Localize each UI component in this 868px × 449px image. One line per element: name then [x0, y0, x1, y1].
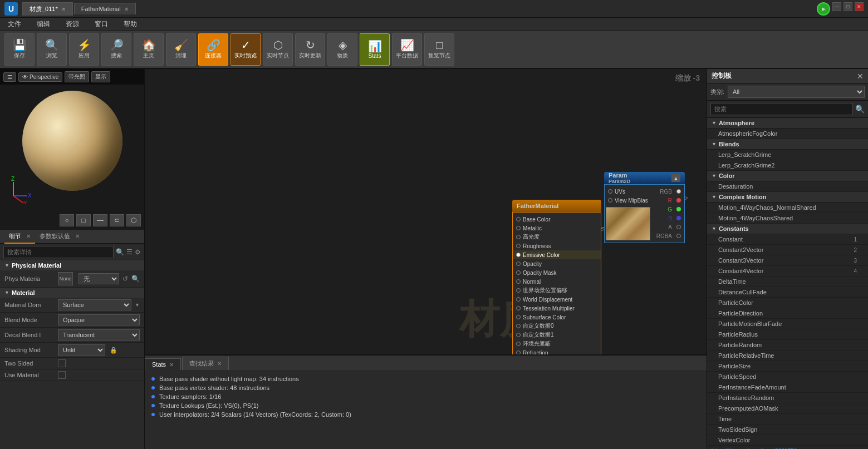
shading-mode-select[interactable]: Unlit	[58, 344, 105, 356]
detail-tab-close[interactable]: ✕	[26, 233, 31, 239]
toolbar-stats[interactable]: 📊 Stats	[360, 33, 390, 66]
rp-item-particle-random[interactable]: ParticleRandom	[707, 340, 868, 351]
toolbar-realtime-preview[interactable]: ✓ 实时预览	[231, 33, 261, 66]
rp-item-desaturation[interactable]: Desaturation	[707, 181, 868, 192]
params-tab-close[interactable]: ✕	[75, 233, 80, 239]
use-material-checkbox[interactable]	[58, 371, 66, 379]
tab-detail[interactable]: 细节 ✕	[4, 230, 35, 244]
menu-edit[interactable]: 编辑	[33, 18, 53, 30]
phys-material-select[interactable]: 无	[79, 273, 119, 284]
rp-item-motion-4way-normal[interactable]: Motion_4WayChaos_NormalShared	[707, 203, 868, 213]
toolbar-preview-node[interactable]: □ 预览节点	[424, 33, 454, 66]
rp-item-per-instance-random[interactable]: PerInstanceRandom	[707, 393, 868, 403]
tab-close-material[interactable]: ✕	[61, 6, 66, 12]
menu-file[interactable]: 文件	[4, 18, 24, 30]
texture-thumbnail[interactable]	[606, 207, 650, 240]
options-icon[interactable]: ⚙	[135, 248, 141, 256]
rp-item-constant3vector[interactable]: Constant3Vector 3	[707, 255, 868, 266]
rp-item-precomputed-ao[interactable]: PrecomputedAOMask	[707, 403, 868, 414]
material-section-header[interactable]: Material	[0, 288, 144, 298]
btab-find-results[interactable]: 查找结果 ✕	[182, 357, 229, 370]
rp-item-constant[interactable]: Constant 1	[707, 234, 868, 245]
material-domain-select[interactable]: Surface	[58, 299, 131, 310]
phys-reset-icon[interactable]: ↺	[122, 275, 128, 283]
toolbar-save[interactable]: 💾 保存	[4, 33, 35, 66]
btab-find-close[interactable]: ✕	[217, 361, 222, 367]
rp-item-constant4vector[interactable]: Constant4Vector 4	[707, 266, 868, 277]
vp-menu-btn[interactable]: ☰	[3, 72, 16, 82]
btab-stats[interactable]: Stats ✕	[145, 358, 181, 370]
toolbar-platform-data[interactable]: 📈 平台数据	[392, 33, 422, 66]
rp-item-time[interactable]: Time	[707, 414, 868, 425]
menu-help[interactable]: 帮助	[120, 18, 140, 30]
rp-category-blends[interactable]: Blends	[707, 139, 868, 150]
run-button[interactable]: ▶	[817, 2, 830, 16]
viewport-preview[interactable]: ☰ 👁 Perspective 带光照 显示 X Z Y ○	[0, 69, 144, 230]
toolbar-browse[interactable]: 🔍 浏览	[37, 33, 67, 66]
vp-btn-sphere[interactable]: ○	[60, 214, 74, 226]
toolbar-home[interactable]: 🏠 主页	[134, 33, 164, 66]
phys-material-swatch[interactable]: None	[58, 272, 73, 285]
tab-params[interactable]: 参数默认值 ✕	[35, 230, 84, 244]
vp-btn-plane[interactable]: —	[93, 214, 107, 226]
phys-search-icon[interactable]: 🔍	[131, 275, 140, 283]
rp-item-particle-radius[interactable]: ParticleRadius	[707, 329, 868, 340]
decal-blend-select[interactable]: Translucent	[58, 329, 140, 341]
rp-item-constant2vector[interactable]: Constant2Vector 2	[707, 245, 868, 255]
physical-material-header[interactable]: Physical Material	[0, 260, 144, 270]
rp-category-color[interactable]: Color	[707, 171, 868, 181]
detail-tabs: 细节 ✕ 参数默认值 ✕	[0, 230, 144, 244]
rp-category-complex-motion[interactable]: Complex Motion	[707, 192, 868, 203]
detail-search-input[interactable]	[3, 246, 114, 258]
tab-father-material[interactable]: FatherMaterial ✕	[74, 3, 136, 14]
rp-item-particle-direction[interactable]: ParticleDirection	[707, 308, 868, 319]
rp-search-input[interactable]	[710, 103, 853, 115]
rp-item-deltatime[interactable]: DeltaTime	[707, 277, 868, 287]
tab-close-father[interactable]: ✕	[124, 6, 129, 12]
rp-item-lerp-scratch[interactable]: Lerp_ScratchGrime	[707, 150, 868, 160]
list-view-icon[interactable]: ☰	[126, 248, 133, 256]
toolbar-apply[interactable]: ⚡ 应用	[69, 33, 99, 66]
rp-item-particle-color[interactable]: ParticleColor	[707, 298, 868, 308]
toolbar-connector[interactable]: 🔗 连接器	[198, 33, 228, 66]
blend-mode-select[interactable]: Opaque	[58, 314, 140, 325]
rp-category-constants[interactable]: Constants	[707, 224, 868, 234]
rp-item-particle-relative-time[interactable]: ParticleRelativeTime	[707, 351, 868, 361]
rp-website-link[interactable]: https://blog.csdn.net/qq_40698750	[707, 446, 868, 449]
rp-item-motion-4way[interactable]: Motion_4WayChaosShared	[707, 213, 868, 224]
father-material-node[interactable]: FatherMaterial Base Color Metallic 高光度	[512, 200, 601, 369]
two-sided-checkbox[interactable]	[58, 359, 66, 367]
toolbar-realtime-node[interactable]: ⬡ 实时节点	[263, 33, 293, 66]
menu-window[interactable]: 窗口	[91, 18, 111, 30]
rp-item-atmospheric-fog[interactable]: AtmosphericFogColor	[707, 129, 868, 139]
tab-material[interactable]: 材质_011* ✕	[22, 2, 73, 16]
rp-item-distance-cull[interactable]: DistanceCullFade	[707, 287, 868, 298]
toolbar-clean[interactable]: 🧹 清理	[166, 33, 196, 66]
rp-item-per-instance-fade[interactable]: PerInstanceFadeAmount	[707, 382, 868, 393]
rp-item-lerp-scratch2[interactable]: Lerp_ScratchGrime2	[707, 160, 868, 171]
toolbar-realtime-update[interactable]: ↻ 实时更新	[295, 33, 325, 66]
lighting-btn[interactable]: 带光照	[65, 71, 89, 82]
vp-btn-cylinder[interactable]: ⊂	[110, 214, 124, 226]
toolbar-search[interactable]: 🔎 搜索	[101, 33, 131, 66]
rp-item-particle-motion-blur[interactable]: ParticleMotionBlurFade	[707, 319, 868, 329]
rp-item-particle-size[interactable]: ParticleSize	[707, 361, 868, 372]
show-btn[interactable]: 显示	[91, 71, 110, 82]
vp-btn-cube[interactable]: □	[76, 214, 91, 226]
param-node-collapse[interactable]: ▲	[671, 174, 680, 182]
rp-item-two-sided-sign[interactable]: TwoSidedSign	[707, 425, 868, 435]
rp-item-particle-speed[interactable]: ParticleSpeed	[707, 372, 868, 382]
left-panel: ☰ 👁 Perspective 带光照 显示 X Z Y ○	[0, 69, 145, 449]
rp-filter-select[interactable]: All	[728, 86, 865, 98]
right-panel-close[interactable]: ✕	[857, 72, 864, 81]
perspective-btn[interactable]: 👁 Perspective	[18, 72, 62, 82]
rp-category-atmosphere[interactable]: Atmosphere	[707, 118, 868, 129]
btab-stats-close[interactable]: ✕	[169, 362, 174, 368]
minimize-button[interactable]: —	[832, 2, 841, 11]
vp-btn-custom[interactable]: ⬡	[126, 214, 141, 226]
close-button[interactable]: ✕	[855, 2, 864, 11]
rp-item-vertex-color[interactable]: VertexColor	[707, 435, 868, 446]
menu-assets[interactable]: 资源	[62, 18, 82, 30]
toolbar-substance[interactable]: ◈ 物质	[327, 33, 357, 66]
maximize-button[interactable]: □	[844, 2, 852, 11]
